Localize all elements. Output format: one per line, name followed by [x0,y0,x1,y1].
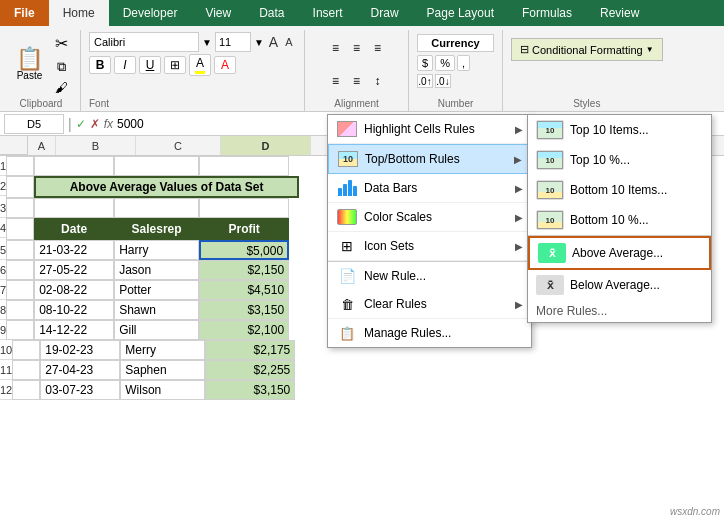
align-top-right-button[interactable]: ≡ [368,32,387,63]
cell-b9[interactable]: 14-12-22 [34,320,114,340]
font-name-input[interactable] [89,32,199,52]
cell-a12[interactable] [12,380,40,400]
tab-file[interactable]: File [0,0,49,26]
menu-item-iconsets[interactable]: ⊞ Icon Sets ▶ [328,232,531,261]
tab-draw[interactable]: Draw [357,0,413,26]
font-color-button[interactable]: A [214,56,236,74]
cell-b4-header[interactable]: Date [34,218,114,240]
comma-button[interactable]: , [457,55,470,71]
cell-b12[interactable]: 03-07-23 [40,380,120,400]
align-mid-right-button[interactable]: ↕ [368,65,387,96]
font-size-input[interactable] [215,32,251,52]
menu-item-highlight-cells[interactable]: Highlight Cells Rules ▶ [328,115,531,144]
increase-decimal-button[interactable]: .0↑ [417,74,433,88]
cell-b7[interactable]: 02-08-22 [34,280,114,300]
cell-c3[interactable] [114,198,199,218]
underline-button[interactable]: U [139,56,161,74]
tab-insert[interactable]: Insert [299,0,357,26]
conditional-formatting-button[interactable]: ⊟ Conditional Formatting ▼ [511,38,663,61]
cell-a2[interactable] [6,176,34,198]
cell-d6[interactable]: $2,150 [199,260,289,280]
align-top-center-button[interactable]: ≡ [347,32,366,63]
submenu-more-rules[interactable]: More Rules... [528,300,711,322]
percent-button[interactable]: % [435,55,455,71]
cell-c1[interactable] [114,156,199,176]
cell-d5[interactable]: $5,000 [199,240,289,260]
cell-reference-box[interactable]: D5 [4,114,64,134]
cell-b11[interactable]: 27-04-23 [40,360,120,380]
formula-cancel-icon[interactable]: ✗ [90,117,100,131]
submenu-bottom10-items[interactable]: 10 Bottom 10 Items... [528,175,711,205]
tab-data[interactable]: Data [245,0,298,26]
tab-view[interactable]: View [191,0,245,26]
decrease-decimal-button[interactable]: .0↓ [435,74,451,88]
font-increase-button[interactable]: A [267,35,280,49]
submenu-top10-pct[interactable]: 10 Top 10 %... [528,145,711,175]
cell-title[interactable]: Above Average Values of Data Set [34,176,299,198]
formula-check-icon[interactable]: ✓ [76,117,86,131]
cell-c12[interactable]: Wilson [120,380,205,400]
cell-b6[interactable]: 27-05-22 [34,260,114,280]
cell-c6[interactable]: Jason [114,260,199,280]
cell-a1[interactable] [6,156,34,176]
cell-a6[interactable] [6,260,34,280]
tab-page-layout[interactable]: Page Layout [413,0,508,26]
menu-item-clear-rules[interactable]: 🗑 Clear Rules ▶ [328,290,531,319]
cell-d10[interactable]: $2,175 [205,340,295,360]
cell-a9[interactable] [6,320,34,340]
menu-item-colorscales[interactable]: Color Scales ▶ [328,203,531,232]
tab-home[interactable]: Home [49,0,109,26]
number-format-display[interactable]: Currency [417,34,494,52]
tab-review[interactable]: Review [586,0,653,26]
copy-button[interactable]: ⧉ [51,57,72,77]
italic-button[interactable]: I [114,56,136,74]
cut-button[interactable]: ✂ [51,32,72,55]
cell-b1[interactable] [34,156,114,176]
cell-c4-header[interactable]: Salesrep [114,218,199,240]
cell-c8[interactable]: Shawn [114,300,199,320]
cell-a4[interactable] [6,218,34,240]
align-mid-left-button[interactable]: ≡ [326,65,345,96]
cell-c5[interactable]: Harry [114,240,199,260]
cell-d4-header[interactable]: Profit [199,218,289,240]
font-decrease-button[interactable]: A [283,37,294,48]
cell-d11[interactable]: $2,255 [205,360,295,380]
submenu-bottom10-pct[interactable]: 10 Bottom 10 %... [528,205,711,235]
menu-item-databars[interactable]: Data Bars ▶ [328,174,531,203]
cell-d12[interactable]: $3,150 [205,380,295,400]
border-button[interactable]: ⊞ [164,56,186,74]
font-size-dropdown-icon[interactable]: ▼ [254,37,264,48]
cell-b5[interactable]: 21-03-22 [34,240,114,260]
cell-c10[interactable]: Merry [120,340,205,360]
cell-a5[interactable] [6,240,34,260]
font-name-dropdown-icon[interactable]: ▼ [202,37,212,48]
cell-d7[interactable]: $4,510 [199,280,289,300]
cell-c11[interactable]: Saphen [120,360,205,380]
cell-a7[interactable] [6,280,34,300]
cell-d1[interactable] [199,156,289,176]
currency-button[interactable]: $ [417,55,433,71]
menu-item-manage-rules[interactable]: 📋 Manage Rules... [328,319,531,347]
cell-c7[interactable]: Potter [114,280,199,300]
cell-b8[interactable]: 08-10-22 [34,300,114,320]
cell-c9[interactable]: Gill [114,320,199,340]
align-top-left-button[interactable]: ≡ [326,32,345,63]
paste-button[interactable]: 📋 Paste [10,46,49,83]
cell-a3[interactable] [6,198,34,218]
cell-b3[interactable] [34,198,114,218]
submenu-below-average[interactable]: x̄ Below Average... [528,270,711,300]
tab-formulas[interactable]: Formulas [508,0,586,26]
cell-a11[interactable] [12,360,40,380]
fill-color-button[interactable]: A [189,54,211,76]
bold-button[interactable]: B [89,56,111,74]
format-painter-button[interactable]: 🖌 [51,79,72,96]
cell-b10[interactable]: 19-02-23 [40,340,120,360]
cell-d3[interactable] [199,198,289,218]
cell-a10[interactable] [12,340,40,360]
tab-developer[interactable]: Developer [109,0,192,26]
cell-a8[interactable] [6,300,34,320]
submenu-above-average[interactable]: x̄ Above Average... [528,236,711,270]
cell-d8[interactable]: $3,150 [199,300,289,320]
menu-item-topbottom[interactable]: 10 Top/Bottom Rules ▶ [328,144,531,174]
align-mid-center-button[interactable]: ≡ [347,65,366,96]
